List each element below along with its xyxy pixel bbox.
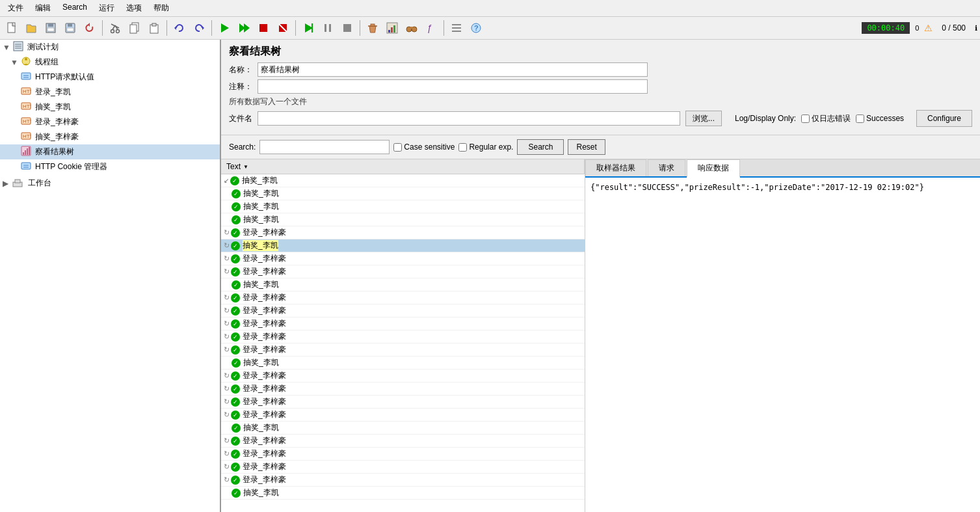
remote-start-button[interactable] (299, 19, 317, 37)
menu-help[interactable]: 帮助 (148, 1, 174, 15)
remote-stop-all-button[interactable] (338, 19, 356, 37)
counter: 0 / 500 (938, 22, 970, 34)
start-no-pause-button[interactable] (235, 19, 253, 37)
list-button[interactable] (447, 19, 466, 37)
file-input[interactable] (258, 111, 680, 126)
open-button[interactable] (22, 19, 40, 37)
sampler-icon-4: HTTP (21, 131, 31, 143)
item-label: 登录_李梓豪 (243, 253, 286, 264)
sep6 (444, 20, 444, 36)
regex-checkbox[interactable]: Regular exp. (458, 142, 513, 152)
list-item[interactable]: ✓ 抽奖_李凯 (221, 187, 585, 200)
tree-item-login-likun[interactable]: HTTP 登录_李凯 (0, 85, 220, 100)
tree-item-lottery-likun[interactable]: HTTP 抽奖_李凯 (0, 100, 220, 115)
view-results-button[interactable] (383, 19, 401, 37)
menu-run[interactable]: 运行 (94, 1, 120, 15)
list-item[interactable]: ✓ 抽奖_李凯 (221, 357, 585, 370)
status-icon: ✓ (231, 397, 240, 407)
list-item[interactable]: ↻ ✓ 登录_李梓豪 (221, 252, 585, 265)
tree-item-http-default[interactable]: HTTP请求默认值 (0, 70, 220, 85)
tab-response-data[interactable]: 响应数据 (687, 159, 740, 178)
list-item[interactable]: ✓ 抽奖_李凯 (221, 278, 585, 291)
menu-file[interactable]: 文件 (3, 1, 29, 15)
remote-stop-button[interactable] (319, 19, 337, 37)
list-item[interactable]: ↻ ✓ 登录_李梓豪 (221, 344, 585, 357)
start-button[interactable] (215, 19, 233, 37)
text-column-header[interactable]: Text ▼ (221, 159, 585, 174)
list-item[interactable]: ✓ 抽奖_李凯 (221, 213, 585, 226)
case-sensitive-checkbox[interactable]: Case sensitive (393, 142, 455, 152)
menu-options[interactable]: 选项 (121, 1, 147, 15)
list-item[interactable]: ↻ ✓ 登录_李梓豪 (221, 396, 585, 409)
revert-button[interactable] (81, 19, 99, 37)
clear-button[interactable] (364, 19, 382, 37)
tree-item-cookie[interactable]: HTTP Cookie 管理器 (0, 159, 220, 174)
list-item[interactable]: ↻ ✓ 登录_李梓豪 (221, 383, 585, 396)
regex-checkbox-input[interactable] (458, 143, 467, 152)
stop-button[interactable] (254, 19, 272, 37)
list-item[interactable]: ✓ 抽奖_李凯 (221, 487, 585, 500)
copy-button[interactable] (126, 19, 144, 37)
svg-marker-19 (221, 23, 229, 33)
status-icon: ✓ (232, 202, 241, 211)
undo-button[interactable] (170, 19, 189, 37)
tree-item-workbench[interactable]: ▶ 工作台 (0, 176, 220, 191)
list-item[interactable]: ↻ ✓ 登录_李梓豪 (221, 291, 585, 304)
list-item[interactable]: ↻ ✓ 登录_李梓豪 (221, 330, 585, 344)
list-item[interactable]: ↻ ✓ 登录_李梓豪 (221, 317, 585, 330)
lottery-likun-label: 抽奖_李凯 (35, 101, 71, 113)
errors-only-checkbox[interactable]: 仅日志错误 (801, 113, 851, 124)
tree-item-login-lizhihao[interactable]: HTTP 登录_李梓豪 (0, 115, 220, 129)
tree-item-test-plan[interactable]: ▼ 测试计划 (0, 40, 220, 55)
comment-input[interactable] (258, 79, 648, 94)
redo-button[interactable] (190, 19, 208, 37)
sampler-icon-2: HTTP (21, 101, 31, 113)
save-all-button[interactable] (42, 19, 60, 37)
expand-icon2: ▼ (10, 58, 18, 67)
name-input[interactable] (258, 62, 648, 77)
list-item[interactable]: ✓ 抽奖_李凯 (221, 200, 585, 213)
tab-sampler-result[interactable]: 取样器结果 (585, 159, 646, 176)
reset-button[interactable]: Reset (568, 139, 605, 155)
list-item[interactable]: ↻ ✓ 登录_李梓豪 (221, 265, 585, 278)
cut-button[interactable] (106, 19, 124, 37)
list-item[interactable]: ↻ ✓ 抽奖_李凯 (221, 239, 585, 252)
list-item[interactable]: ↻ ✓ 登录_李梓豪 (221, 461, 585, 474)
list-item[interactable]: ↻ ✓ 登录_李梓豪 (221, 409, 585, 422)
case-checkbox-input[interactable] (393, 143, 402, 152)
menu-search[interactable]: Search (57, 1, 92, 15)
list-item[interactable]: ✓ 抽奖_李凯 (221, 422, 585, 435)
stop-now-button[interactable] (274, 19, 292, 37)
menu-edit[interactable]: 编辑 (30, 1, 56, 15)
tree-item-thread-group[interactable]: ▼ 线程组 (0, 55, 220, 70)
list-item[interactable]: ↻ ✓ 登录_李梓豪 (221, 474, 585, 487)
list-item[interactable]: ↻ ✓ 登录_李梓豪 (221, 435, 585, 448)
list-item[interactable]: ↻ ✓ 登录_李梓豪 (221, 448, 585, 461)
header-section: 察看结果树 名称： 注释： 所有数据写入一个文件 文件名 浏览... Log/D… (221, 40, 980, 135)
function-button[interactable]: ƒ (422, 19, 440, 37)
search-input[interactable] (259, 140, 390, 154)
sep2 (166, 20, 167, 36)
list-item[interactable]: ↻ ✓ 登录_李梓豪 (221, 226, 585, 239)
list-item[interactable]: ↻ ✓ 登录_李梓豪 (221, 304, 585, 317)
configure-button[interactable]: Configure (916, 110, 972, 127)
tab-request[interactable]: 请求 (648, 159, 685, 176)
svg-rect-35 (393, 25, 395, 33)
tree-item-lottery-lizhihao[interactable]: HTTP 抽奖_李梓豪 (0, 129, 220, 144)
binoculars-button[interactable] (403, 19, 421, 37)
svg-marker-7 (88, 23, 90, 27)
item-label: 登录_李梓豪 (243, 474, 286, 485)
help-button[interactable]: ? (467, 19, 485, 37)
save-button[interactable] (61, 19, 79, 37)
list-item[interactable]: ↙ ✓ 抽奖_李凯 (221, 174, 585, 187)
status-icon: ✓ (231, 476, 240, 485)
errors-checkbox-input[interactable] (801, 115, 810, 123)
new-button[interactable] (3, 19, 21, 37)
tree-item-view-results[interactable]: 察看结果树 (0, 144, 220, 159)
paste-button[interactable] (145, 19, 163, 37)
list-item[interactable]: ↻ ✓ 登录_李梓豪 (221, 370, 585, 383)
successes-checkbox-input[interactable] (856, 115, 864, 123)
successes-checkbox[interactable]: Successes (856, 114, 904, 123)
search-button[interactable]: Search (517, 139, 564, 155)
browse-button[interactable]: 浏览... (685, 111, 722, 126)
